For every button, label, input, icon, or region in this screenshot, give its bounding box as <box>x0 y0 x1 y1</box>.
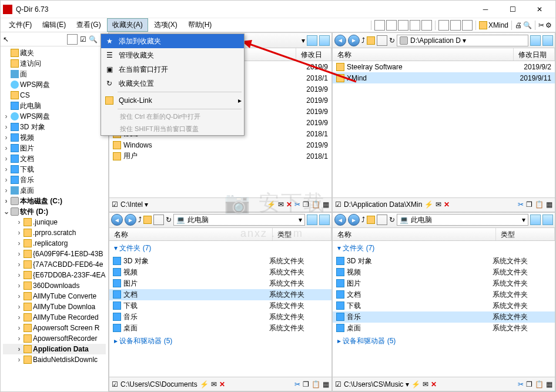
file-list[interactable]: ▾ 文件夹 (7)3D 对象系统文件夹视频系统文件夹图片系统文件夹文档系统文件夹… <box>109 241 331 377</box>
file-row[interactable]: 图片系统文件夹 <box>333 278 555 289</box>
copy-icon[interactable]: ❐ <box>526 380 532 388</box>
tree-item[interactable]: ›本地磁盘 (C:) <box>3 196 106 206</box>
view-icon[interactable] <box>319 35 330 46</box>
refresh-icon[interactable]: ↻ <box>389 36 395 45</box>
status-path[interactable]: C:\Intel ▾ <box>120 200 148 209</box>
group-label[interactable]: ▸ 设备和驱动器 (5) <box>109 334 331 349</box>
file-row[interactable]: 文档系统文件夹 <box>333 289 555 300</box>
cut-icon[interactable]: ✂ <box>294 200 300 209</box>
checkbox-icon[interactable]: ☑ <box>335 380 341 388</box>
tool-icon[interactable] <box>67 34 78 45</box>
tree-item[interactable]: 此电脑 <box>3 100 106 111</box>
view-icon[interactable] <box>307 215 317 225</box>
file-row[interactable]: 3D 对象系统文件夹 <box>109 256 331 267</box>
paste-icon[interactable]: 📋 <box>312 200 320 209</box>
back-button[interactable]: ◄ <box>111 214 123 226</box>
tree-item[interactable]: ›.prpro.scratch <box>3 227 106 238</box>
view-icon[interactable] <box>319 215 330 225</box>
tree-item[interactable]: ›AllMyTube Converte <box>3 291 106 301</box>
col-date[interactable]: 修改日期 <box>514 48 555 61</box>
file-row[interactable]: XMind2019/9/11 <box>333 72 555 83</box>
forward-button[interactable]: ► <box>125 214 136 226</box>
tree-item[interactable]: ›文档 <box>3 153 106 164</box>
tree-item[interactable]: CS <box>3 90 106 100</box>
paste-icon[interactable]: 📋 <box>535 380 544 388</box>
group-label[interactable]: ▾ 文件夹 (7) <box>333 241 555 256</box>
mail-icon[interactable]: ✉ <box>278 200 284 209</box>
tree-item[interactable]: ›360Downloads <box>3 280 106 291</box>
view-icon[interactable] <box>377 215 387 225</box>
forward-button[interactable]: ► <box>348 214 360 226</box>
file-row[interactable]: 视频系统文件夹 <box>333 267 555 278</box>
tree-item[interactable]: 藏夹 <box>3 48 106 58</box>
tool-icon[interactable]: ⚙ <box>545 21 552 29</box>
bolt-icon[interactable]: ⚡ <box>267 200 276 209</box>
copy-icon[interactable]: ❐ <box>526 200 532 209</box>
menu-view[interactable]: 查看(G) <box>72 19 105 31</box>
delete-icon[interactable]: ✕ <box>286 200 292 209</box>
layout-icon[interactable] <box>374 20 385 31</box>
delete-icon[interactable]: ✕ <box>219 380 225 388</box>
file-row[interactable]: 用户2018/1 <box>109 150 331 162</box>
tree-item[interactable]: 面 <box>3 69 106 79</box>
folder-tree[interactable]: 藏夹速访问面WPS网盘CS此电脑›WPS网盘›3D 对象›视频›图片›文档›下载… <box>1 46 108 366</box>
status-path[interactable]: D:\Application Data\XMin <box>344 200 422 209</box>
forward-button[interactable]: ► <box>348 35 360 46</box>
layout-icon[interactable] <box>410 20 420 31</box>
delete-icon[interactable]: ✕ <box>444 200 450 209</box>
tree-item[interactable]: ›桌面 <box>3 185 106 196</box>
status-path[interactable]: C:\Users\CS\Music ▾ <box>344 380 409 388</box>
find-icon[interactable]: 🔍 <box>523 21 532 29</box>
layout-icon[interactable] <box>438 20 449 31</box>
col-name[interactable]: 名称 <box>333 228 496 240</box>
layout-icon[interactable] <box>450 20 461 31</box>
checkbox-icon[interactable]: ☑ <box>112 200 118 209</box>
dropdown-fav-position[interactable]: ↻收藏夹位置 <box>101 76 244 91</box>
file-row[interactable]: 下载系统文件夹 <box>333 300 555 311</box>
grid-icon[interactable]: ▦ <box>546 200 552 209</box>
maximize-button[interactable]: ☐ <box>499 1 526 18</box>
grid-icon[interactable]: ▦ <box>546 380 552 388</box>
group-label[interactable]: ▾ 文件夹 (7) <box>109 241 331 256</box>
view-icon[interactable] <box>307 35 317 46</box>
tool-icon[interactable]: ✂ <box>538 21 544 29</box>
checkbox-icon[interactable]: ☑ <box>112 380 118 388</box>
file-row[interactable]: 音乐系统文件夹 <box>333 311 555 323</box>
file-row[interactable]: 音乐系统文件夹 <box>109 311 331 323</box>
grid-icon[interactable]: ▦ <box>323 380 329 388</box>
file-row[interactable]: Windows2019/9 <box>109 139 331 150</box>
tree-item[interactable]: ›音乐 <box>3 175 106 185</box>
tree-item[interactable]: ›.replicatorg <box>3 238 106 249</box>
address-bar[interactable]: 💻此电脑▾ <box>173 214 305 226</box>
folder-icon[interactable] <box>143 216 152 224</box>
tree-item[interactable]: WPS网盘 <box>3 79 106 90</box>
mail-icon[interactable]: ✉ <box>423 380 428 388</box>
tool-icon[interactable]: 🔍 <box>89 35 98 43</box>
tree-item[interactable]: ›BaiduNetdiskDownlc <box>3 354 106 365</box>
checkbox-icon[interactable]: ☑ <box>335 200 341 209</box>
folder-icon[interactable] <box>367 36 375 45</box>
file-row[interactable]: 桌面系统文件夹 <box>109 323 331 334</box>
view-icon[interactable] <box>530 35 541 46</box>
group-label[interactable]: ▸ 设备和驱动器 (5) <box>333 334 555 349</box>
tree-item[interactable]: 速访问 <box>3 58 106 69</box>
cut-icon[interactable]: ✂ <box>518 380 524 388</box>
layout-icon[interactable] <box>421 20 432 31</box>
dropdown-quicklink[interactable]: Quick-Link▸ <box>101 93 244 108</box>
tree-item[interactable]: ›WPS网盘 <box>3 111 106 122</box>
address-bar[interactable]: 💻此电脑▾ <box>397 214 528 226</box>
layout-icon[interactable] <box>398 20 408 31</box>
view-icon[interactable] <box>542 215 553 225</box>
file-row[interactable]: 文档系统文件夹 <box>109 289 331 300</box>
up-icon[interactable]: ⤴ <box>361 36 365 45</box>
view-icon[interactable] <box>377 35 387 46</box>
mail-icon[interactable]: ✉ <box>436 200 441 209</box>
col-date[interactable]: 修改日期 <box>296 48 331 61</box>
menu-favorites[interactable]: 收藏夹(A) <box>107 18 148 32</box>
print-icon[interactable]: 🖨 <box>515 21 522 29</box>
file-row[interactable]: Steelray Software2019/9/2 <box>333 61 555 72</box>
refresh-icon[interactable]: ↻ <box>166 216 172 224</box>
up-icon[interactable]: ⤴ <box>138 216 142 224</box>
dropdown-open-current[interactable]: ▣在当前窗口打开 <box>101 62 244 76</box>
address-bar[interactable]: D:\Application D ▾ <box>397 35 528 46</box>
